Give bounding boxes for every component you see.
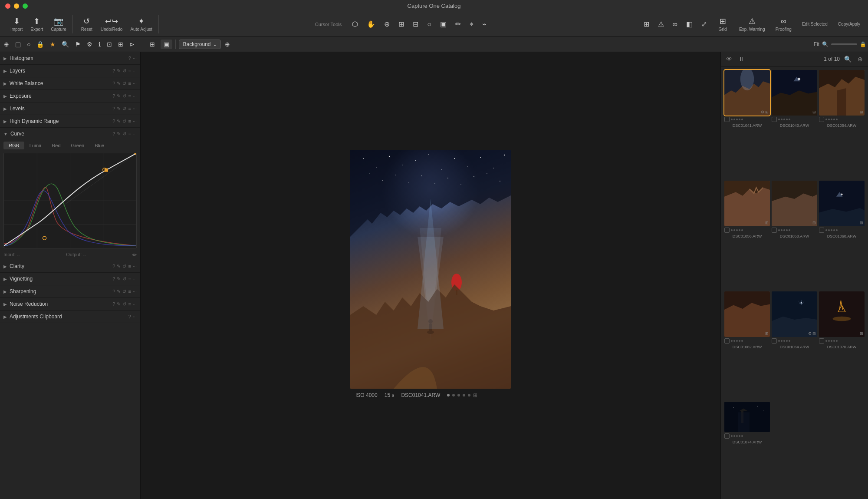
hdr-menu-icon[interactable]: ···: [133, 119, 137, 124]
levels-list-icon[interactable]: ≡: [128, 106, 131, 111]
filmstrip-pause-icon[interactable]: ⏸: [736, 55, 746, 63]
layers-pencil-icon[interactable]: ✎: [117, 68, 121, 74]
wb-pencil-icon[interactable]: ✎: [117, 81, 121, 86]
tool-new[interactable]: ⊕: [2, 40, 11, 49]
vignetting-menu-icon[interactable]: ···: [133, 276, 137, 281]
zoom-slider[interactable]: [831, 43, 857, 45]
minimize-button[interactable]: [14, 3, 19, 9]
thumb-checkbox-1[interactable]: [724, 117, 730, 122]
curve-tab-rgb[interactable]: RGB: [3, 142, 24, 149]
tool-open[interactable]: ◫: [13, 40, 23, 49]
nav-dot-3[interactable]: [457, 394, 460, 397]
export-button[interactable]: ⬆ Export: [27, 15, 46, 33]
hdr-pencil-icon[interactable]: ✎: [117, 119, 121, 124]
capture-button[interactable]: 📷 Capture: [47, 15, 70, 33]
thumbnail-DSC01062[interactable]: ⊞: [724, 291, 770, 337]
reset-button[interactable]: ↺ Reset: [77, 15, 96, 33]
adjustments-header[interactable]: ▶ Adjustments Clipboard ? ···: [0, 311, 140, 323]
nav-grid-icon[interactable]: ⊞: [473, 392, 477, 398]
clarity-header[interactable]: ▶ Clarity ? ✎ ↺ ≡ ···: [0, 260, 140, 272]
curve-tab-red[interactable]: Red: [46, 142, 66, 149]
view-grid-button[interactable]: ⊞: [147, 40, 158, 49]
sharpening-header[interactable]: ▶ Sharpening ? ✎ ↺ ≡ ···: [0, 285, 140, 297]
nav-dot-1[interactable]: [447, 394, 450, 397]
curve-tab-blue[interactable]: Blue: [89, 142, 109, 149]
vignetting-header[interactable]: ▶ Vignetting ? ✎ ↺ ≡ ···: [0, 273, 140, 285]
noise-pencil-icon[interactable]: ✎: [117, 301, 121, 307]
layers-header[interactable]: ▶ Layers ? ✎ ↺ ≡ ···: [0, 65, 140, 77]
hdr-reset-icon[interactable]: ↺: [122, 119, 126, 124]
curve-header[interactable]: ▼ Curve ? ✎ ↺ ≡ ···: [0, 128, 140, 140]
adjustments-help-icon[interactable]: ?: [128, 314, 131, 319]
add-view-icon[interactable]: ⊕: [223, 40, 232, 49]
wb-menu-icon[interactable]: ···: [133, 81, 137, 86]
clarity-help-icon[interactable]: ?: [112, 264, 115, 269]
noise-help-icon[interactable]: ?: [112, 301, 115, 307]
cursor-tool-mask[interactable]: ⌖: [467, 19, 476, 30]
clarity-list-icon[interactable]: ≡: [128, 264, 131, 269]
copy-apply-icon[interactable]: ⤢: [699, 18, 710, 30]
filmstrip-search-icon[interactable]: 🔍: [842, 55, 853, 63]
thumbnail-DSC01070[interactable]: ⊞: [819, 291, 865, 337]
vignetting-list-icon[interactable]: ≡: [128, 276, 131, 281]
nav-dot-2[interactable]: [452, 394, 455, 397]
clarity-reset-icon[interactable]: ↺: [122, 264, 126, 269]
thumb-checkbox-7[interactable]: [724, 338, 730, 344]
vignetting-help-icon[interactable]: ?: [112, 276, 115, 281]
thumb-checkbox-8[interactable]: [772, 338, 777, 344]
tool-crop[interactable]: ⊞: [116, 40, 125, 49]
cursor-tool-crop[interactable]: ⊞: [396, 18, 407, 30]
clarity-pencil-icon[interactable]: ✎: [117, 264, 121, 269]
tool-lock[interactable]: 🔒: [34, 40, 46, 49]
levels-help-icon[interactable]: ?: [112, 106, 115, 111]
exposure-menu-icon[interactable]: ···: [133, 93, 137, 99]
curve-help-icon[interactable]: ?: [112, 131, 115, 136]
thumbnail-DSC01041[interactable]: ⚙ ⊞: [724, 70, 770, 116]
filmstrip-plus-icon[interactable]: ⊕: [856, 55, 865, 63]
wb-help-icon[interactable]: ?: [112, 81, 115, 86]
nav-dot-4[interactable]: [463, 394, 465, 397]
hdr-header[interactable]: ▶ High Dynamic Range ? ✎ ↺ ≡ ···: [0, 115, 140, 127]
sharpening-help-icon[interactable]: ?: [112, 289, 115, 294]
exposure-list-icon[interactable]: ≡: [128, 93, 131, 99]
thumbnail-DSC01074[interactable]: [724, 402, 770, 432]
exp-warning-button[interactable]: ⚠ Exp. Warning: [736, 15, 769, 33]
noise-menu-icon[interactable]: ···: [133, 301, 137, 307]
clarity-menu-icon[interactable]: ···: [133, 264, 137, 269]
cursor-tool-select[interactable]: ⬡: [349, 18, 361, 30]
curve-draw-icon[interactable]: ✏: [132, 252, 137, 258]
thumb-checkbox-6[interactable]: [819, 228, 824, 233]
tool-info[interactable]: ℹ: [96, 40, 103, 49]
vignetting-pencil-icon[interactable]: ✎: [117, 276, 121, 282]
close-button[interactable]: [5, 3, 10, 9]
cursor-tool-heal[interactable]: ⌁: [480, 18, 489, 30]
thumbnail-DSC01060[interactable]: ⊞: [819, 181, 865, 226]
window-controls[interactable]: [5, 3, 28, 9]
curve-menu-icon[interactable]: ···: [133, 131, 137, 136]
main-photo[interactable]: [350, 150, 511, 389]
thumb-checkbox-10[interactable]: [724, 433, 730, 439]
proofing-button[interactable]: ∞ Proofing: [772, 15, 795, 33]
thumb-checkbox-4[interactable]: [724, 228, 730, 233]
cursor-tool-keystone[interactable]: ▣: [437, 18, 449, 30]
nav-dot-5[interactable]: [468, 394, 470, 397]
sharpening-list-icon[interactable]: ≡: [128, 289, 131, 294]
levels-pencil-icon[interactable]: ✎: [117, 106, 121, 112]
histogram-help-icon[interactable]: ?: [128, 56, 131, 61]
cursor-tool-circle[interactable]: ○: [424, 19, 434, 30]
maximize-button[interactable]: [23, 3, 28, 9]
exposure-reset-icon[interactable]: ↺: [122, 93, 126, 99]
tool-search[interactable]: 🔍: [59, 40, 71, 49]
curve-reset-icon[interactable]: ↺: [122, 131, 126, 137]
levels-reset-icon[interactable]: ↺: [122, 106, 126, 112]
sharpening-menu-icon[interactable]: ···: [133, 289, 137, 294]
vignetting-reset-icon[interactable]: ↺: [122, 276, 126, 282]
noise-list-icon[interactable]: ≡: [128, 301, 131, 307]
layers-help-icon[interactable]: ?: [112, 68, 115, 73]
curve-tab-green[interactable]: Green: [66, 142, 90, 149]
histogram-menu-icon[interactable]: ···: [133, 56, 137, 61]
cursor-tool-straighten[interactable]: ⊟: [410, 18, 421, 30]
grid-button[interactable]: ⊞ Grid: [713, 15, 732, 33]
tool-circle[interactable]: ○: [25, 40, 33, 49]
edit-selected-button[interactable]: Edit Selected: [799, 20, 831, 28]
